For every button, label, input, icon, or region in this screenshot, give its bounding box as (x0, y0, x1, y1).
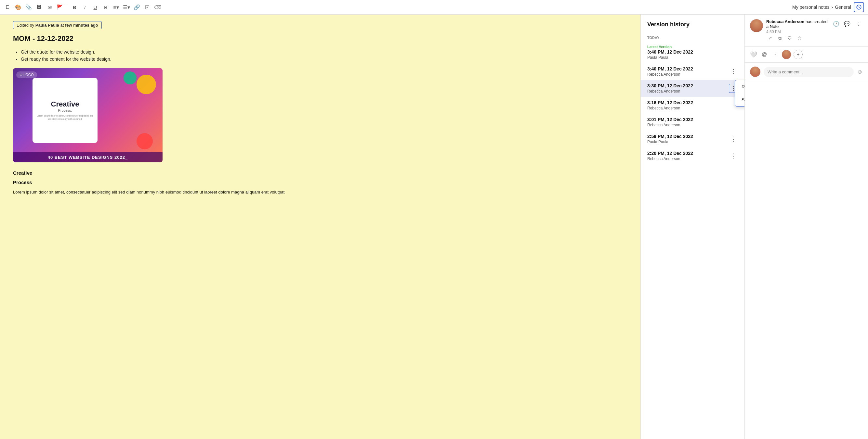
at-mention-icon[interactable]: @ (760, 50, 769, 59)
notification-actions: ↗ ⧉ 🛡 ☆ (766, 34, 828, 42)
align-icon[interactable]: ≡▾ (112, 3, 120, 11)
notification-bar: Rebecca Anderson has created a Note 4:50… (745, 14, 868, 47)
notif-user-name: Rebecca Anderson (766, 19, 804, 24)
italic-icon[interactable]: I (81, 3, 89, 11)
comment-input[interactable] (764, 67, 854, 77)
version-time-v7: 2:20 PM, 12 Dec 2022 (647, 151, 693, 156)
dot-divider: • (771, 50, 779, 59)
version-item-v4[interactable]: 3:16 PM, 12 Dec 2022 Rebecca Anderson (641, 97, 744, 114)
version-item-v1[interactable]: Latest Version 3:40 PM, 12 Dec 2022 Paul… (641, 41, 744, 63)
editor-area: Edited by Paula Paula at few minutes ago… (0, 14, 641, 439)
version-item-v2[interactable]: 3:40 PM, 12 Dec 2022 Rebecca Anderson ⋮ (641, 63, 744, 80)
doc-image-card-text: Lorem ipsum dolor vit amet, consectetuer… (36, 114, 94, 121)
version-item-left-v2: 3:40 PM, 12 Dec 2022 Rebecca Anderson (647, 66, 693, 77)
palette-icon[interactable]: 🎨 (14, 3, 22, 11)
bullet-list: Get the quote for the website design. Ge… (21, 49, 627, 62)
edited-by-suffix: at (59, 23, 65, 28)
version-panel-title: Version history (641, 21, 744, 33)
breadcrumb: My personal notes › General (792, 5, 851, 10)
version-item-v3[interactable]: 3:30 PM, 12 Dec 2022 Rebecca Anderson ⋮ … (641, 80, 744, 97)
version-time-v5: 3:01 PM, 12 Dec 2022 (647, 117, 693, 122)
sep1 (67, 4, 67, 10)
version-item-left-v5: 3:01 PM, 12 Dec 2022 Rebecca Anderson (647, 117, 693, 127)
doc-title: MOM - 12-12-2022 (13, 34, 627, 43)
edited-by-prefix: Edited by (17, 23, 35, 28)
right-sidebar: Rebecca Anderson has created a Note 4:50… (744, 14, 868, 439)
paperclip-icon[interactable]: 📎 (25, 3, 32, 11)
eraser-icon[interactable]: ⌫ (154, 3, 162, 11)
version-history-button[interactable] (854, 2, 864, 12)
version-author-v7: Rebecca Anderson (647, 157, 693, 161)
comment-area: ☺ (745, 63, 868, 81)
send-icon[interactable]: ✉ (45, 3, 53, 11)
external-link-icon[interactable]: ↗ (766, 34, 774, 42)
version-time-v1: 3:40 PM, 12 Dec 2022 (647, 49, 693, 55)
toolbar: 🗒 🎨 📎 🖼 ✉ 🚩 B I U S ≡▾ ☰▾ 🔗 ☑ ⌫ My perso… (0, 0, 868, 14)
version-item-left-v6: 2:59 PM, 12 Dec 2022 Paula Paula (647, 134, 693, 144)
link-icon[interactable]: 🔗 (133, 3, 141, 11)
breadcrumb-part1[interactable]: My personal notes (792, 5, 829, 10)
list-icon[interactable]: ☰▾ (123, 3, 130, 11)
notification-text: Rebecca Anderson has created a Note (766, 19, 828, 29)
shield-icon[interactable]: 🛡 (786, 34, 794, 42)
commenter-avatar (750, 67, 761, 77)
version-item-left-v4: 3:16 PM, 12 Dec 2022 Rebecca Anderson (647, 100, 693, 110)
more-icon[interactable]: ⋮ (854, 19, 863, 28)
edited-by-name: Paula Paula (35, 23, 59, 28)
underline-icon[interactable]: U (91, 3, 99, 11)
image-icon[interactable]: 🖼 (35, 3, 43, 11)
main-area: Edited by Paula Paula at few minutes ago… (0, 14, 868, 439)
version-time-v3: 3:30 PM, 12 Dec 2022 (647, 83, 693, 88)
version-item-left-v1: Latest Version 3:40 PM, 12 Dec 2022 Paul… (647, 45, 693, 60)
doc-image-overlay: 40 BEST WEBSITE DESIGNS 2022_ (13, 152, 162, 162)
version-time-v4: 3:16 PM, 12 Dec 2022 (647, 100, 693, 105)
flag-icon[interactable]: 🚩 (56, 3, 64, 11)
context-menu-save-new[interactable]: Save as new (735, 93, 744, 106)
chat-icon[interactable]: 💬 (843, 19, 852, 28)
strikethrough-icon[interactable]: S (102, 3, 110, 11)
version-more-btn-v2[interactable]: ⋮ (729, 67, 738, 76)
deco-circle-green (124, 71, 136, 85)
version-latest-tag-v1: Latest Version (647, 45, 693, 49)
emoji-button[interactable]: ☺ (857, 69, 863, 75)
context-menu-restore[interactable]: Restore this version (735, 80, 744, 93)
section2-title: Process (13, 179, 627, 185)
version-item-v5[interactable]: 3:01 PM, 12 Dec 2022 Rebecca Anderson (641, 114, 744, 131)
breadcrumb-part2[interactable]: General (835, 5, 851, 10)
doc-image-card-title: Creative (36, 100, 94, 108)
add-user-button[interactable]: + (794, 50, 803, 59)
notification-avatar (750, 19, 763, 32)
doc-image-inner: ⊙ LOGO Creative Process. Lorem ipsum dol… (13, 68, 162, 162)
list-item: Get the quote for the website design. (21, 49, 627, 55)
version-author-v5: Rebecca Anderson (647, 123, 693, 127)
doc-image: ⊙ LOGO Creative Process. Lorem ipsum dol… (13, 68, 162, 162)
version-item-v6[interactable]: 2:59 PM, 12 Dec 2022 Paula Paula ⋮ (641, 131, 744, 147)
edited-by-bar: Edited by Paula Paula at few minutes ago (13, 21, 102, 29)
star-icon[interactable]: ☆ (796, 34, 803, 42)
version-panel: Version history TODAY Latest Version 3:4… (641, 14, 744, 439)
doc-image-logo: ⊙ LOGO (16, 71, 37, 78)
copy-icon[interactable]: ⧉ (776, 34, 784, 42)
clock-icon[interactable]: 🕐 (832, 19, 841, 28)
version-item-v7[interactable]: 2:20 PM, 12 Dec 2022 Rebecca Anderson ⋮ (641, 147, 744, 164)
reactions-row: 🤍 @ • + (745, 47, 868, 63)
doc-image-card-inner: Creative Process. Lorem ipsum dolor vit … (32, 97, 97, 124)
notification-content: Rebecca Anderson has created a Note 4:50… (766, 19, 828, 42)
version-more-btn-v7[interactable]: ⋮ (729, 151, 738, 160)
notif-top-icons: 🕐 💬 ⋮ (832, 19, 863, 28)
doc-image-card-sub: Process. (36, 108, 94, 112)
version-author-v4: Rebecca Anderson (647, 106, 693, 110)
heart-reaction[interactable]: 🤍 (750, 51, 757, 58)
version-author-v3: Rebecca Anderson (647, 89, 693, 94)
version-time-v6: 2:59 PM, 12 Dec 2022 (647, 134, 693, 139)
doc-image-card: Creative Process. Lorem ipsum dolor vit … (32, 78, 97, 143)
list-item: Get ready the content for the website de… (21, 57, 627, 62)
checkbox-icon[interactable]: ☑ (143, 3, 151, 11)
version-author-v1: Paula Paula (647, 55, 693, 60)
edited-by-time: few minutes ago (65, 23, 98, 28)
version-author-v6: Paula Paula (647, 140, 693, 144)
note-icon[interactable]: 🗒 (4, 3, 12, 11)
version-item-left-v3: 3:30 PM, 12 Dec 2022 Rebecca Anderson (647, 83, 693, 94)
bold-icon[interactable]: B (70, 3, 79, 11)
version-more-btn-v6[interactable]: ⋮ (729, 134, 738, 143)
